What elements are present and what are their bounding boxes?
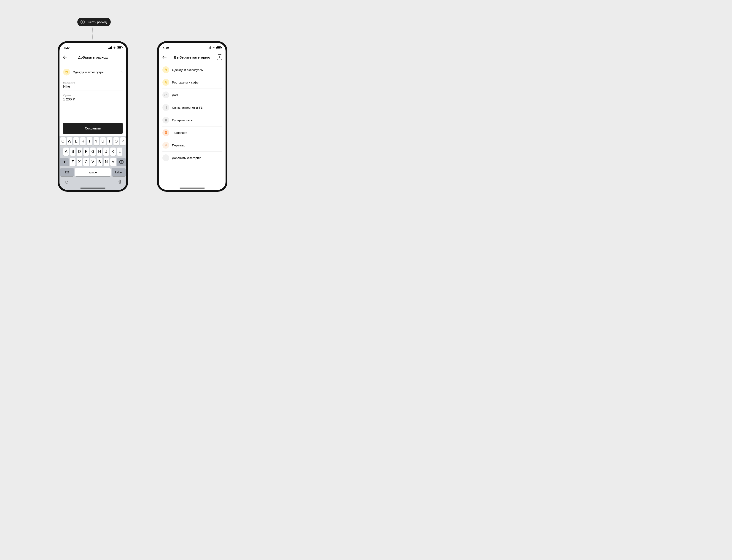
phone-select-category: 4:20 Выберите категорию + Одежда и аксес… <box>157 41 227 192</box>
connector-line <box>92 26 93 40</box>
page-title: Выберите категорию <box>174 55 210 59</box>
category-item-label: Связь, интернет и ТВ <box>172 106 222 109</box>
status-icons <box>208 46 221 49</box>
key-g[interactable]: G <box>90 148 96 156</box>
category-item-label: Одежда и аксессуары <box>172 68 222 72</box>
key-b[interactable]: B <box>97 158 102 166</box>
shift-key[interactable] <box>60 158 69 166</box>
status-icons <box>108 46 122 49</box>
keyboard-row-3: ZXCVBNM <box>60 158 126 166</box>
plus-circle-icon: + <box>81 20 85 24</box>
key-h[interactable]: H <box>97 148 102 156</box>
key-l[interactable]: L <box>117 148 122 156</box>
back-button[interactable] <box>63 55 68 60</box>
keyboard-row-1: QWERTYUIOP <box>60 137 126 145</box>
name-field[interactable]: Название Nike <box>63 78 123 91</box>
category-selector[interactable]: Одежда и аксессуары › <box>63 66 123 78</box>
key-u[interactable]: U <box>100 137 106 145</box>
signal-icon <box>108 46 112 49</box>
page-title: Добавить расход <box>78 55 108 59</box>
category-item[interactable]: Связь, интернет и ТВ <box>162 101 222 114</box>
key-f[interactable]: F <box>83 148 89 156</box>
key-s[interactable]: S <box>70 148 75 156</box>
category-item-label: Добавить категорию <box>172 156 222 160</box>
mic-icon[interactable] <box>118 180 121 185</box>
category-item[interactable]: Транспорт <box>162 127 222 139</box>
navbar: Выберите категорию + <box>159 52 226 62</box>
numeric-key[interactable]: 123 <box>60 168 74 176</box>
svg-point-6 <box>166 133 167 133</box>
key-e[interactable]: E <box>73 137 79 145</box>
key-r[interactable]: R <box>80 137 86 145</box>
battery-icon <box>216 46 221 49</box>
category-item[interactable]: Дом <box>162 89 222 101</box>
save-button[interactable]: Сохранить <box>63 123 123 134</box>
svg-rect-1 <box>165 106 167 109</box>
key-j[interactable]: J <box>103 148 109 156</box>
svg-rect-0 <box>119 180 121 182</box>
emoji-icon[interactable]: ☺ <box>64 180 69 185</box>
category-item[interactable]: Одежда и аксессуары <box>162 64 222 76</box>
battery-icon <box>117 46 122 49</box>
status-time: 4:20 <box>163 46 169 49</box>
category-item-label: Перевод <box>172 144 222 147</box>
wifi-icon <box>212 46 215 49</box>
category-item-label: Дом <box>172 93 222 97</box>
navbar: Добавить расход <box>59 52 126 62</box>
home-indicator <box>180 188 205 188</box>
keyboard: QWERTYUIOP ASDFGHJKL ZXCVBNM 123 space L… <box>59 136 126 190</box>
key-v[interactable]: V <box>90 158 96 166</box>
phone-icon <box>162 104 169 111</box>
key-m[interactable]: M <box>110 158 116 166</box>
category-item[interactable]: Рестораны и кафе <box>162 76 222 89</box>
svg-point-3 <box>166 121 167 121</box>
key-t[interactable]: T <box>87 137 92 145</box>
key-q[interactable]: Q <box>60 137 66 145</box>
swap-icon <box>162 142 169 149</box>
key-x[interactable]: X <box>77 158 82 166</box>
amount-value: 1 200 ₽ <box>63 97 123 101</box>
amount-field[interactable]: Сумма 1 200 ₽ <box>63 91 123 104</box>
save-label: Сохранить <box>85 127 101 130</box>
key-o[interactable]: O <box>113 137 119 145</box>
name-label: Название <box>63 81 123 84</box>
cart-icon <box>162 117 169 124</box>
signal-icon <box>208 46 211 49</box>
wifi-icon <box>113 46 116 49</box>
action-key[interactable]: Label <box>112 168 126 176</box>
food-icon <box>162 79 169 86</box>
bag-icon <box>162 66 169 73</box>
key-k[interactable]: K <box>110 148 116 156</box>
plus-icon <box>162 154 169 161</box>
phone-add-expense: 4:20 Добавить расход Одежда и аксессуары… <box>58 41 128 192</box>
amount-label: Сумма <box>63 94 123 97</box>
key-p[interactable]: P <box>120 137 126 145</box>
bag-icon <box>63 69 70 75</box>
key-z[interactable]: Z <box>70 158 75 166</box>
category-item[interactable]: Супермаркеты <box>162 114 222 127</box>
add-category-button[interactable]: + <box>217 54 222 60</box>
space-key[interactable]: space <box>75 168 111 176</box>
pill-label: Внести расход <box>86 20 107 24</box>
add-expense-pill[interactable]: + Внести расход <box>77 18 111 26</box>
key-y[interactable]: Y <box>94 137 99 145</box>
chevron-right-icon: › <box>121 70 123 75</box>
svg-point-2 <box>165 121 166 121</box>
category-item[interactable]: Перевод <box>162 139 222 152</box>
category-item-label: Рестораны и кафе <box>172 81 222 84</box>
status-time: 4:20 <box>64 46 70 49</box>
backspace-key[interactable] <box>117 158 126 166</box>
back-button[interactable] <box>162 55 167 60</box>
key-d[interactable]: D <box>77 148 82 156</box>
key-c[interactable]: C <box>83 158 89 166</box>
svg-point-5 <box>165 133 166 133</box>
bus-icon <box>162 129 169 136</box>
key-i[interactable]: I <box>107 137 112 145</box>
category-item[interactable]: Добавить категорию <box>162 152 222 164</box>
keyboard-row-2: ASDFGHJKL <box>60 148 126 156</box>
key-a[interactable]: A <box>63 148 69 156</box>
key-n[interactable]: N <box>104 158 109 166</box>
category-list: Одежда и аксессуарыРестораны и кафеДомСв… <box>159 64 226 164</box>
key-w[interactable]: W <box>67 137 72 145</box>
home-indicator <box>80 188 105 188</box>
